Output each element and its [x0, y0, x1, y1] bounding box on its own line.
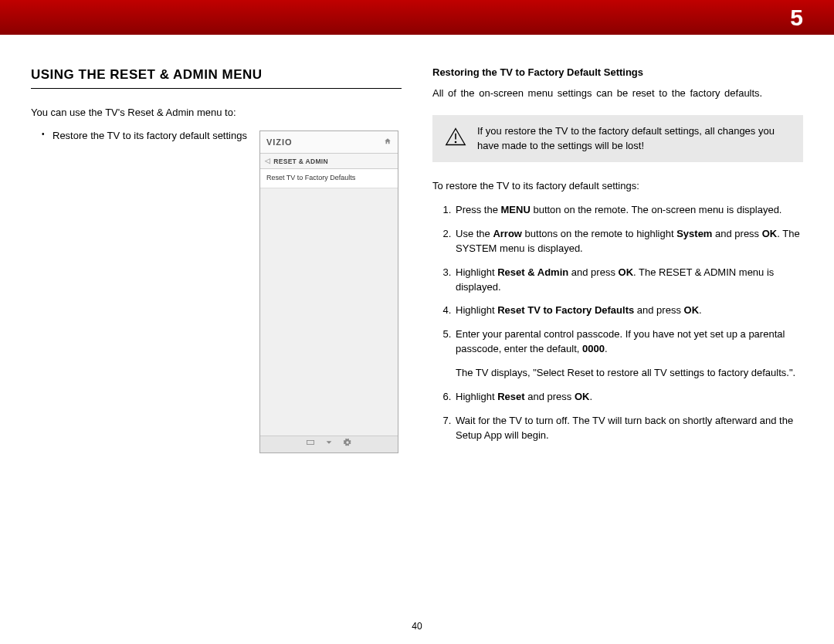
intro-text: You can use the TV's Reset & Admin menu …	[31, 106, 402, 120]
tv-menu-body	[260, 188, 398, 436]
right-para: All of the on-screen menu settings can b…	[432, 86, 803, 101]
chapter-banner: 5	[0, 0, 834, 35]
chevron-down-icon	[325, 439, 333, 450]
step-7: Wait for the TV to turn off. The TV will…	[454, 414, 803, 443]
left-column: USING THE RESET & ADMIN MENU You can use…	[31, 66, 402, 453]
tv-menu-header: VIZIO	[260, 131, 398, 154]
page-body: USING THE RESET & ADMIN MENU You can use…	[0, 35, 834, 453]
wide-icon	[307, 439, 314, 450]
page-number: 40	[412, 620, 422, 633]
list-item: Restore the TV to its factory default se…	[31, 129, 247, 144]
tv-menu-row: Reset TV to Factory Defaults	[260, 169, 398, 188]
svg-point-2	[455, 141, 457, 143]
right-column: Restoring the TV to Factory Default Sett…	[432, 66, 803, 453]
step-6: Highlight Reset and press OK.	[454, 390, 803, 405]
tv-menu-mock: VIZIO ◁ RESET & ADMIN Reset TV to Factor…	[259, 130, 398, 452]
tv-menu-breadcrumb: ◁ RESET & ADMIN	[260, 154, 398, 169]
step-3: Highlight Reset & Admin and press OK. Th…	[454, 266, 803, 295]
tv-menu-footer	[260, 436, 398, 452]
step-2: Use the Arrow buttons on the remote to h…	[454, 227, 803, 256]
left-content-wrap: Restore the TV to its factory default se…	[31, 129, 402, 452]
step-1: Press the MENU button on the remote. The…	[454, 203, 803, 218]
step-5: Enter your parental control passcode. If…	[454, 327, 803, 381]
home-icon	[384, 137, 392, 149]
tv-menu-breadcrumb-label: RESET & ADMIN	[273, 157, 328, 166]
section-heading: USING THE RESET & ADMIN MENU	[31, 66, 402, 89]
warning-icon	[445, 127, 466, 151]
gear-icon	[344, 439, 351, 450]
steps-lead: To restore the TV to its factory default…	[432, 179, 803, 194]
step-4: Highlight Reset TV to Factory Defaults a…	[454, 303, 803, 318]
svg-rect-0	[307, 440, 314, 444]
chapter-number: 5	[790, 1, 803, 35]
bullet-list: Restore the TV to its factory default se…	[31, 129, 247, 150]
steps-list: Press the MENU button on the remote. The…	[432, 203, 803, 442]
warning-box: If you restore the TV to the factory def…	[432, 115, 803, 163]
step-5-extra: The TV displays, "Select Reset to restor…	[456, 366, 803, 381]
chevron-left-icon: ◁	[265, 156, 270, 166]
right-subhead: Restoring the TV to Factory Default Sett…	[432, 66, 803, 80]
warning-text: If you restore the TV to the factory def…	[477, 124, 791, 154]
vizio-logo: VIZIO	[266, 137, 293, 149]
